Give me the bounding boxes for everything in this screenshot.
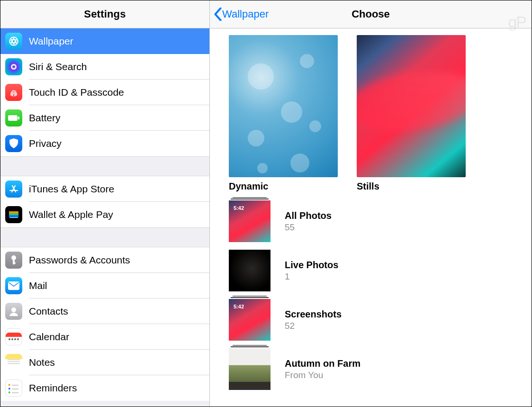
sidebar-item-label: iTunes & App Store	[29, 183, 114, 195]
sidebar-item-touchid[interactable]: Touch ID & Passcode	[0, 80, 209, 105]
sidebar-item-itunes-appstore[interactable]: iTunes & App Store	[0, 176, 209, 202]
album-subtitle: From You	[285, 370, 361, 380]
album-subtitle: 1	[285, 271, 338, 282]
sidebar-item-label: Calendar	[29, 331, 69, 343]
wallpaper-icon	[5, 33, 22, 50]
settings-sidebar: Settings WallpaperSiri & SearchTouch ID …	[0, 0, 210, 407]
mail-icon	[5, 277, 22, 294]
album-subtitle: 52	[285, 321, 342, 331]
svg-rect-9	[18, 117, 19, 119]
svg-rect-8	[8, 115, 18, 121]
album-subtitle: 55	[285, 222, 332, 233]
album-screenshots[interactable]: 5:42Screenshots52	[229, 295, 513, 344]
sidebar-item-contacts[interactable]: Contacts	[0, 298, 209, 324]
wallpaper-category-stills[interactable]: Stills	[357, 35, 466, 192]
sidebar-item-notes[interactable]: Notes	[0, 350, 209, 375]
sidebar-item-battery[interactable]: Battery	[0, 105, 209, 131]
sidebar-item-label: Battery	[29, 112, 61, 124]
sidebar-title: Settings	[0, 0, 209, 28]
privacy-icon	[5, 135, 22, 152]
sidebar-item-privacy[interactable]: Privacy	[0, 131, 209, 156]
sidebar-item-mail[interactable]: Mail	[0, 273, 209, 298]
siri-search-icon	[5, 58, 22, 75]
back-label: Wallpaper	[222, 8, 269, 20]
sidebar-item-siri-search[interactable]: Siri & Search	[0, 54, 209, 80]
calendar-icon	[5, 328, 22, 345]
sidebar-item-passwords-accounts[interactable]: Passwords & Accounts	[0, 247, 209, 273]
main-panel: Wallpaper Choose DynamicStills 5:42All P…	[210, 0, 532, 407]
reminders-icon: ● ● ●	[5, 380, 22, 397]
notes-icon	[5, 354, 22, 371]
all-photos-thumb: 5:42	[229, 200, 271, 242]
sidebar-item-calendar[interactable]: Calendar	[0, 324, 209, 350]
category-label: Stills	[357, 181, 466, 192]
album-title: Screenshots	[285, 309, 342, 320]
sidebar-item-label: Privacy	[29, 138, 62, 149]
stills-thumb	[357, 35, 466, 177]
category-label: Dynamic	[229, 181, 338, 192]
screenshots-thumb: 5:42	[229, 299, 271, 341]
sidebar-item-label: Wallet & Apple Pay	[29, 209, 113, 220]
back-button[interactable]: Wallpaper	[214, 8, 269, 21]
svg-point-7	[12, 65, 15, 68]
album-live-photos[interactable]: Live Photos1	[229, 246, 513, 295]
album-autumn-on-farm[interactable]: Autumn on FarmFrom You	[229, 344, 513, 394]
sidebar-item-wallet-applepay[interactable]: Wallet & Apple Pay	[0, 202, 209, 227]
passwords-accounts-icon	[5, 252, 22, 269]
sidebar-item-label: Notes	[29, 357, 55, 368]
wallpaper-category-dynamic[interactable]: Dynamic	[229, 35, 338, 192]
chevron-left-icon	[214, 8, 222, 21]
contacts-icon	[5, 303, 22, 320]
svg-rect-17	[9, 215, 18, 217]
sidebar-item-label: Passwords & Accounts	[29, 254, 130, 266]
sidebar-item-label: Mail	[29, 280, 47, 291]
sidebar-item-label: Touch ID & Passcode	[29, 87, 124, 98]
autumn-on-farm-thumb	[229, 348, 271, 390]
svg-rect-20	[13, 262, 16, 264]
svg-point-22	[11, 308, 16, 312]
wallet-applepay-icon	[5, 206, 22, 223]
svg-rect-21	[8, 281, 19, 290]
live-photos-thumb	[229, 250, 271, 291]
album-all-photos[interactable]: 5:42All Photos55	[229, 197, 513, 246]
sidebar-item-label: Contacts	[29, 306, 68, 317]
sidebar-item-reminders[interactable]: ● ● ● Reminders	[0, 375, 209, 401]
album-title: Live Photos	[285, 260, 338, 271]
itunes-appstore-icon	[5, 181, 22, 198]
sidebar-item-label: Reminders	[29, 382, 77, 394]
battery-icon	[5, 109, 22, 127]
main-header: Wallpaper Choose	[210, 0, 532, 28]
sidebar-item-label: Siri & Search	[29, 61, 87, 72]
svg-rect-10	[10, 141, 17, 145]
sidebar-item-label: Wallpaper	[29, 36, 73, 47]
dynamic-thumb	[229, 35, 338, 177]
album-title: Autumn on Farm	[285, 358, 361, 369]
touchid-icon	[5, 84, 22, 101]
sidebar-item-wallpaper[interactable]: Wallpaper	[0, 28, 209, 54]
album-title: All Photos	[285, 210, 332, 221]
